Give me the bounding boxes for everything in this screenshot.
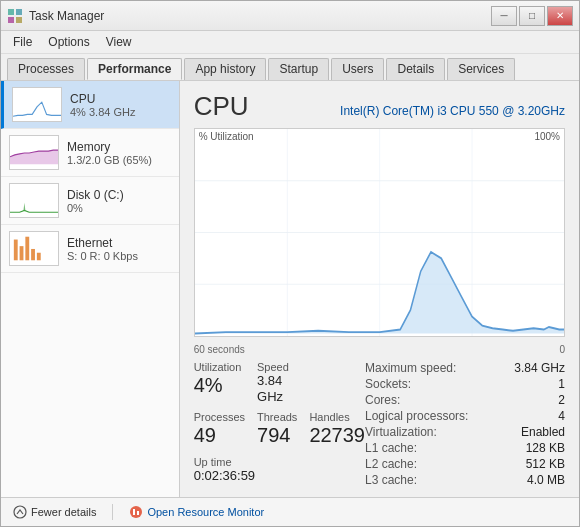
l3-cache-label: L3 cache: bbox=[365, 473, 487, 487]
speed-label: Speed bbox=[257, 361, 297, 373]
svg-rect-0 bbox=[8, 9, 14, 15]
window-title: Task Manager bbox=[29, 9, 104, 23]
svg-rect-2 bbox=[8, 17, 14, 23]
memory-sidebar-value: 1.3/2.0 GB (65%) bbox=[67, 154, 171, 166]
uptime-label: Up time bbox=[194, 456, 365, 468]
utilization-label: Utilization bbox=[194, 361, 245, 373]
threads-stat: Threads 794 bbox=[257, 411, 297, 450]
svg-rect-25 bbox=[133, 509, 135, 515]
close-button[interactable]: ✕ bbox=[547, 6, 573, 26]
svg-rect-12 bbox=[25, 237, 29, 261]
svg-point-23 bbox=[14, 506, 26, 518]
open-resource-label: Open Resource Monitor bbox=[147, 506, 264, 518]
tab-services[interactable]: Services bbox=[447, 58, 515, 80]
speed-stat: Speed 3.84 GHz bbox=[257, 361, 297, 407]
fewer-details-button[interactable]: Fewer details bbox=[13, 505, 96, 519]
cpu-chart bbox=[195, 129, 564, 336]
processes-value: 49 bbox=[194, 423, 245, 447]
cores-label: Cores: bbox=[365, 393, 487, 407]
menu-file[interactable]: File bbox=[5, 33, 40, 51]
tab-app-history[interactable]: App history bbox=[184, 58, 266, 80]
speed-value: 3.84 GHz bbox=[257, 373, 297, 404]
l3-cache-value: 4.0 MB bbox=[495, 473, 565, 487]
chart-y-max: 100% bbox=[534, 131, 560, 142]
disk-sidebar-value: 0% bbox=[67, 202, 171, 214]
disk-sidebar-label: Disk 0 (C:) bbox=[67, 188, 171, 202]
task-manager-window: Task Manager ─ □ ✕ File Options View Pro… bbox=[0, 0, 580, 527]
sidebar-item-memory[interactable]: Memory 1.3/2.0 GB (65%) bbox=[1, 129, 179, 177]
l2-cache-label: L2 cache: bbox=[365, 457, 487, 471]
l2-cache-value: 512 KB bbox=[495, 457, 565, 471]
handles-label: Handles bbox=[309, 411, 365, 423]
l1-cache-value: 128 KB bbox=[495, 441, 565, 455]
chart-x-label: 60 seconds bbox=[194, 344, 245, 355]
tab-users[interactable]: Users bbox=[331, 58, 384, 80]
utilization-value: 4% bbox=[194, 373, 245, 397]
sidebar-item-disk[interactable]: Disk 0 (C:) 0% bbox=[1, 177, 179, 225]
svg-rect-4 bbox=[13, 88, 61, 121]
svg-rect-10 bbox=[14, 240, 18, 261]
app-icon bbox=[7, 8, 23, 24]
virtualization-value: Enabled bbox=[495, 425, 565, 439]
svg-rect-3 bbox=[16, 17, 22, 23]
sidebar-item-cpu[interactable]: CPU 4% 3.84 GHz bbox=[1, 81, 179, 129]
max-speed-value: 3.84 GHz bbox=[495, 361, 565, 375]
tab-startup[interactable]: Startup bbox=[268, 58, 329, 80]
sidebar: CPU 4% 3.84 GHz Memory 1.3/2.0 GB (65%) bbox=[1, 81, 180, 497]
tab-details[interactable]: Details bbox=[386, 58, 445, 80]
uptime-stat: Up time 0:02:36:59 bbox=[194, 456, 365, 487]
menu-bar: File Options View bbox=[1, 31, 579, 54]
window-controls: ─ □ ✕ bbox=[491, 6, 573, 26]
sockets-label: Sockets: bbox=[365, 377, 487, 391]
memory-mini-chart bbox=[9, 135, 59, 170]
svg-rect-26 bbox=[137, 511, 139, 515]
title-bar: Task Manager ─ □ ✕ bbox=[1, 1, 579, 31]
menu-options[interactable]: Options bbox=[40, 33, 97, 51]
chevron-up-icon bbox=[13, 505, 27, 519]
tab-performance[interactable]: Performance bbox=[87, 58, 182, 80]
memory-sidebar-label: Memory bbox=[67, 140, 171, 154]
logical-proc-value: 4 bbox=[495, 409, 565, 423]
stats-left: Utilization 4% Speed 3.84 GHz Processes … bbox=[194, 361, 365, 487]
chart-x-right: 0 bbox=[559, 344, 565, 355]
cpu-chart-container: % Utilization 100% bbox=[194, 128, 565, 337]
ethernet-sidebar-label: Ethernet bbox=[67, 236, 171, 250]
chart-y-label: % Utilization bbox=[199, 131, 254, 142]
disk-mini-chart bbox=[9, 183, 59, 218]
threads-label: Threads bbox=[257, 411, 297, 423]
menu-view[interactable]: View bbox=[98, 33, 140, 51]
cpu-sidebar-value: 4% 3.84 GHz bbox=[70, 106, 171, 118]
cpu-main-title: CPU bbox=[194, 91, 249, 122]
ethernet-mini-chart bbox=[9, 231, 59, 266]
minimize-button[interactable]: ─ bbox=[491, 6, 517, 26]
cpu-model: Intel(R) Core(TM) i3 CPU 550 @ 3.20GHz bbox=[340, 104, 565, 118]
svg-rect-1 bbox=[16, 9, 22, 15]
cpu-header: CPU Intel(R) Core(TM) i3 CPU 550 @ 3.20G… bbox=[194, 91, 565, 122]
fewer-details-label: Fewer details bbox=[31, 506, 96, 518]
svg-rect-14 bbox=[37, 253, 41, 261]
maximize-button[interactable]: □ bbox=[519, 6, 545, 26]
sockets-value: 1 bbox=[495, 377, 565, 391]
tab-processes[interactable]: Processes bbox=[7, 58, 85, 80]
bottom-bar: Fewer details Open Resource Monitor bbox=[1, 497, 579, 526]
open-resource-monitor-button[interactable]: Open Resource Monitor bbox=[129, 505, 264, 519]
processes-label: Processes bbox=[194, 411, 245, 423]
svg-rect-11 bbox=[20, 246, 24, 260]
processes-stat: Processes 49 bbox=[194, 411, 245, 450]
svg-rect-13 bbox=[31, 249, 35, 260]
ethernet-sidebar-info: Ethernet S: 0 R: 0 Kbps bbox=[67, 236, 171, 262]
tabs-bar: Processes Performance App history Startu… bbox=[1, 54, 579, 81]
utilization-stat: Utilization 4% bbox=[194, 361, 245, 407]
title-bar-left: Task Manager bbox=[7, 8, 104, 24]
main-panel: CPU Intel(R) Core(TM) i3 CPU 550 @ 3.20G… bbox=[180, 81, 579, 497]
disk-sidebar-info: Disk 0 (C:) 0% bbox=[67, 188, 171, 214]
main-content: CPU 4% 3.84 GHz Memory 1.3/2.0 GB (65%) bbox=[1, 81, 579, 497]
memory-sidebar-info: Memory 1.3/2.0 GB (65%) bbox=[67, 140, 171, 166]
virtualization-label: Virtualization: bbox=[365, 425, 487, 439]
chart-axis-bottom: 60 seconds 0 bbox=[194, 344, 565, 355]
svg-point-24 bbox=[130, 506, 142, 518]
sidebar-item-ethernet[interactable]: Ethernet S: 0 R: 0 Kbps bbox=[1, 225, 179, 273]
cpu-mini-chart bbox=[12, 87, 62, 122]
cores-value: 2 bbox=[495, 393, 565, 407]
stats-row: Utilization 4% Speed 3.84 GHz Processes … bbox=[194, 361, 565, 487]
